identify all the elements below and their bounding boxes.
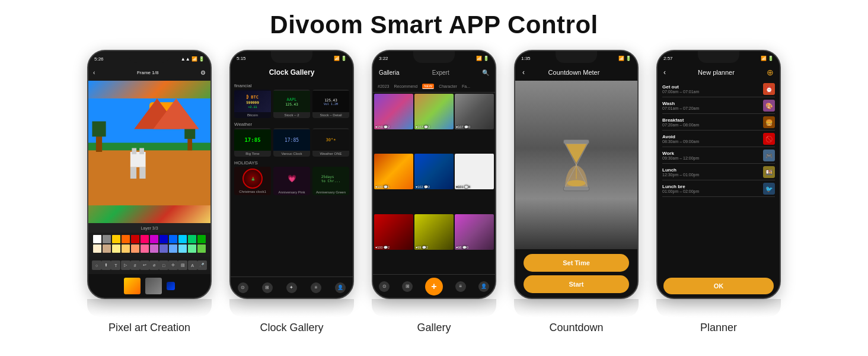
tool-circle[interactable]: ○ bbox=[92, 260, 101, 270]
varouc-card[interactable]: 17:85 Varouc Clock bbox=[273, 128, 310, 157]
cd-back-icon[interactable]: ‹ bbox=[522, 68, 525, 77]
gallery-item-8[interactable]: ♥99 💬2 bbox=[414, 214, 454, 250]
christmas-card[interactable]: 🎄 Christmas clock1 bbox=[234, 167, 271, 195]
planner-item-0[interactable]: Get out 07:00am – 07:01am ⏰ bbox=[662, 83, 775, 97]
gallery-item-4[interactable]: ♥100 💬1 bbox=[374, 154, 413, 189]
pl-item-left-6: Lunch bre 01:00pm – 02:00pm bbox=[662, 184, 699, 193]
stock-detail-card[interactable]: 125.43 Vol 1.2M Stock – Detail bbox=[312, 90, 349, 118]
pl-item-icon-5: 🍱 bbox=[763, 166, 775, 178]
start-button[interactable]: Start bbox=[524, 275, 629, 293]
gallery-nav-list[interactable]: ≡ bbox=[455, 281, 466, 292]
tool-text[interactable]: T bbox=[111, 260, 120, 270]
gallery-nav-grid[interactable]: ⊞ bbox=[402, 281, 413, 292]
planner-item-4[interactable]: Work 09:30am – 12:00pm 🎮 bbox=[662, 150, 775, 164]
tab-2023[interactable]: #2023 bbox=[378, 84, 389, 88]
color-orange[interactable] bbox=[122, 235, 130, 243]
thumb-3[interactable] bbox=[167, 282, 175, 290]
planner-item-3[interactable]: Avoid 08:30am – 09:00am 🚫 bbox=[662, 133, 775, 147]
planner-item-6[interactable]: Lunch bre 01:00pm – 02:00pm 🐦 bbox=[662, 183, 775, 197]
settings-icon[interactable]: ⚙ bbox=[200, 69, 206, 76]
thumb-1[interactable] bbox=[124, 278, 141, 294]
color-darkgreen[interactable] bbox=[197, 235, 206, 243]
tab-character[interactable]: Character bbox=[439, 84, 457, 88]
tool-import[interactable]: ⬆ bbox=[101, 260, 111, 270]
gallery-item-6[interactable]: ♥101 💬4 bbox=[455, 154, 494, 189]
color-cyan[interactable] bbox=[178, 235, 187, 243]
color-white[interactable] bbox=[93, 235, 101, 243]
back-icon[interactable]: ‹ bbox=[93, 69, 95, 76]
christmas-img: 🎄 bbox=[242, 169, 263, 189]
gallery-item-7[interactable]: ♥100 💬2 bbox=[374, 214, 413, 250]
nav-user-icon[interactable]: 👤 bbox=[335, 282, 346, 293]
gallery-item-1[interactable]: ♥159 💬2 bbox=[374, 94, 413, 129]
tool-layers[interactable]: ▤ bbox=[178, 260, 187, 270]
color-tan[interactable] bbox=[103, 244, 111, 253]
tool-grid[interactable]: # bbox=[130, 260, 140, 270]
thumb-2[interactable] bbox=[145, 278, 162, 294]
color-cream[interactable] bbox=[93, 244, 101, 253]
stock-card[interactable]: AAPL 125.43 Stock – 2 bbox=[273, 90, 310, 118]
tab-recommend[interactable]: Recommend bbox=[394, 84, 417, 88]
gallery-item-5[interactable]: ♥102 💬2 bbox=[414, 154, 454, 189]
color-pink[interactable] bbox=[141, 235, 149, 243]
tool-move[interactable]: ✛ bbox=[168, 260, 178, 270]
gallery-expert[interactable]: Expert bbox=[432, 69, 449, 76]
tool-select[interactable]: □ bbox=[159, 260, 168, 270]
status-icons-1: ▲▲ 📶 🔋 bbox=[181, 56, 205, 62]
tool-type[interactable]: A bbox=[188, 260, 197, 270]
pl-item-icon-4: 🎮 bbox=[763, 150, 775, 161]
tab-new[interactable]: NEW bbox=[422, 84, 434, 89]
color-lightblue[interactable] bbox=[169, 235, 177, 243]
pl-item-time-1: 07:01am – 07:20am bbox=[662, 106, 699, 110]
gallery-add-btn[interactable]: + bbox=[425, 278, 443, 295]
color-lime[interactable] bbox=[197, 244, 206, 253]
color-periwinkle[interactable] bbox=[159, 244, 168, 253]
nav-star-icon[interactable]: ✦ bbox=[286, 282, 297, 293]
color-lightorange[interactable] bbox=[122, 244, 130, 253]
color-lavender[interactable] bbox=[150, 244, 158, 253]
nav-clock-icon[interactable]: ⊞ bbox=[262, 282, 273, 293]
pl-item-time-3: 08:30am – 09:00am bbox=[662, 139, 699, 144]
tab-fa[interactable]: Fa... bbox=[462, 84, 470, 88]
color-green[interactable] bbox=[188, 235, 196, 243]
btc-card[interactable]: ₿ BTC 599999 +2.11 Bitcoin bbox=[234, 90, 271, 118]
ok-button[interactable]: OK bbox=[663, 278, 774, 294]
color-ice[interactable] bbox=[178, 244, 187, 253]
frame-label: Frame 1/8 bbox=[137, 70, 158, 75]
gallery-nav-home[interactable]: ⊙ bbox=[379, 281, 390, 292]
gallery-item-3[interactable]: ♥107 💬0 bbox=[455, 94, 494, 129]
planner-item-2[interactable]: Breakfast 07:20am – 08:00am 🍔 bbox=[662, 116, 775, 131]
nav-grid-icon[interactable]: ≡ bbox=[311, 282, 321, 293]
color-lightyellow[interactable] bbox=[112, 244, 120, 253]
cg-header: Clock Gallery bbox=[231, 64, 353, 81]
color-purple[interactable] bbox=[150, 235, 158, 243]
bigtime-card[interactable]: 17:85 Big Time bbox=[234, 128, 271, 157]
gallery-nav-user[interactable]: 👤 bbox=[478, 281, 489, 292]
tool-mic[interactable]: 🎤 bbox=[197, 260, 207, 270]
color-salmon[interactable] bbox=[131, 244, 139, 253]
nav-home-icon[interactable]: ⊙ bbox=[238, 282, 248, 293]
color-gray[interactable] bbox=[103, 235, 111, 243]
gallery-item-9[interactable]: ♥98 💬0 bbox=[455, 214, 494, 250]
planner-item-1[interactable]: Wash 07:01am – 07:20am 🎨 bbox=[662, 100, 775, 114]
color-blue[interactable] bbox=[159, 235, 168, 243]
color-palette[interactable] bbox=[88, 233, 210, 256]
planner-item-5[interactable]: Lunch 12:30pm – 01:00pm 🍱 bbox=[662, 166, 775, 180]
color-skyblue[interactable] bbox=[169, 244, 177, 253]
valentine-card[interactable]: 💗 Anniversary Pink bbox=[273, 167, 310, 195]
color-red[interactable] bbox=[131, 235, 139, 243]
color-yellow[interactable] bbox=[112, 235, 120, 243]
pl-add-icon[interactable]: ⊕ bbox=[767, 68, 774, 77]
tool-undo[interactable]: ↩ bbox=[140, 260, 149, 270]
gallery-search-icon[interactable]: 🔍 bbox=[482, 69, 489, 76]
set-time-button[interactable]: Set Time bbox=[524, 254, 629, 272]
gallery-item-2[interactable]: ♥107 💬2 bbox=[414, 94, 454, 129]
anniversary-card[interactable]: 25daysto Chr... Anniversary Green bbox=[312, 167, 349, 195]
pl-back-icon[interactable]: ‹ bbox=[663, 68, 666, 77]
tool-next[interactable]: ▷ bbox=[121, 260, 130, 270]
planner-screen: 2:57 📶 🔋 ‹ New planner ⊕ Get out 07:00am… bbox=[658, 51, 780, 298]
color-mint[interactable] bbox=[188, 244, 196, 253]
weather-one-card[interactable]: 30°☀ Weather ONE bbox=[312, 128, 349, 157]
color-hotpink[interactable] bbox=[141, 244, 149, 253]
tool-lasso[interactable]: ⌀ bbox=[149, 260, 159, 270]
